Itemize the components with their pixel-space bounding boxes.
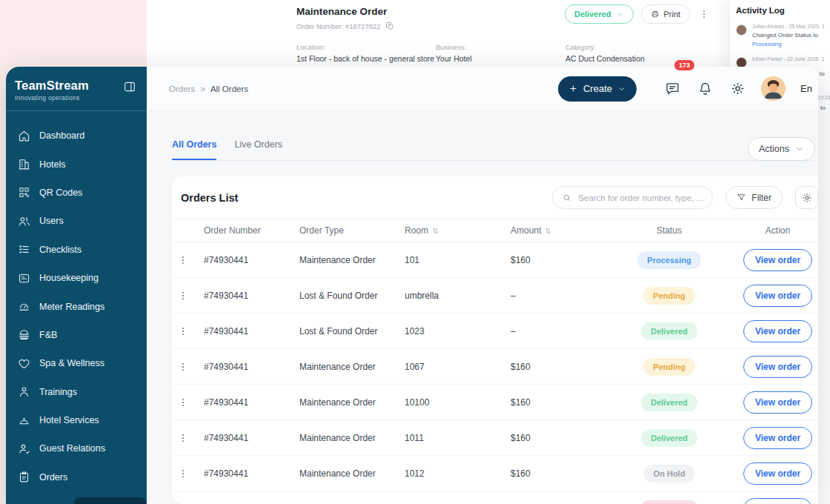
column-order-number: Order Number (193, 225, 299, 236)
sidebar-item-checklists[interactable]: Checklists (6, 236, 147, 264)
column-room: Room (405, 225, 511, 236)
copy-icon[interactable] (385, 21, 394, 30)
view-order-button[interactable]: View order (743, 391, 812, 414)
printer-icon (651, 10, 660, 19)
row-menu-icon[interactable] (178, 468, 188, 480)
tab-all-orders[interactable]: All Orders (172, 136, 216, 160)
sort-icon[interactable] (544, 227, 552, 235)
dashboard-icon (18, 130, 30, 142)
view-order-button[interactable]: View order (743, 498, 812, 504)
sidebar-item-trainings[interactable]: Trainings (6, 378, 147, 406)
tabs-row: All Orders Live Orders Actions (172, 136, 815, 161)
search-input[interactable] (578, 193, 703, 202)
sidebar-item-spa-wellness[interactable]: Spa & Wellness (6, 349, 147, 377)
cell-room: 1012 (405, 468, 511, 479)
orders-list-title: Orders List (181, 192, 540, 204)
view-order-button[interactable]: View order (743, 462, 812, 485)
spa-icon (18, 357, 30, 370)
sidebar-bottom-partial (74, 497, 146, 504)
users-icon (18, 215, 30, 228)
cell-amount: $160 (511, 468, 607, 479)
sidebar-item-guest-relations[interactable]: Guest Relations (6, 434, 147, 462)
column-status: Status (657, 225, 682, 236)
column-order-type: Order Type (299, 225, 405, 236)
status-badge: On Hold (644, 465, 695, 483)
meter-readings-icon (18, 300, 30, 313)
view-order-button[interactable]: View order (743, 427, 812, 449)
cell-amount: – (511, 291, 607, 301)
row-menu-icon[interactable] (178, 254, 188, 266)
sidebar-item-users[interactable]: Users (6, 207, 147, 235)
sidebar-collapse-icon[interactable] (123, 80, 136, 93)
language-selector[interactable]: En (800, 83, 814, 94)
table-settings-button[interactable] (795, 186, 818, 209)
chat-unread-badge: 173 (674, 59, 695, 71)
row-menu-icon[interactable] (178, 290, 188, 302)
order-detail-kebab-menu[interactable] (697, 7, 711, 21)
table-row: #74930441 Lost & Found Order umbrella – … (172, 278, 818, 314)
hotels-icon (18, 158, 30, 170)
status-badge: Delivered (641, 322, 697, 340)
table-header: Order Number Order Type Room Amount Stat… (172, 219, 818, 242)
status-link[interactable]: Processing (752, 41, 824, 47)
orders-icon (18, 471, 30, 483)
sidebar-item-fnb[interactable]: F&B (6, 321, 147, 349)
chat-button[interactable] (663, 80, 681, 98)
table-row: #74930441 Maintenance Order 1011 $160 De… (172, 420, 818, 456)
sort-icon[interactable] (431, 227, 439, 235)
cell-amount: $160 (511, 433, 607, 443)
sidebar-item-qr-codes[interactable]: QR Codes (6, 179, 147, 207)
table-row: #74930441 Maintenance Order 1067 $160 Pe… (172, 349, 818, 385)
cell-amount: – (511, 326, 607, 336)
view-order-button[interactable]: View order (743, 249, 812, 271)
sidebar-item-orders[interactable]: Orders (6, 463, 147, 491)
filter-button[interactable]: Filter (726, 186, 783, 209)
activity-log-entry: Ethan Parker - 22 June 2025, 10:15 (736, 56, 824, 62)
fnb-icon (18, 328, 30, 341)
actions-button[interactable]: Actions (748, 137, 815, 161)
sidebar-item-hotel-services[interactable]: Hotel Services (6, 406, 147, 434)
cell-room: umbrella (405, 291, 511, 301)
breadcrumb-orders[interactable]: Orders (169, 84, 195, 93)
clipped-text-fragment: to (820, 70, 825, 77)
row-menu-icon[interactable] (178, 397, 188, 408)
cell-order-type: Maintenance Order (299, 397, 405, 408)
row-menu-icon[interactable] (178, 361, 188, 373)
view-order-button[interactable]: View order (743, 285, 812, 307)
activity-log-title: Activity Log (736, 6, 824, 15)
view-order-button[interactable]: View order (743, 356, 812, 378)
sidebar-item-hotels[interactable]: Hotels (6, 150, 147, 178)
settings-button[interactable] (728, 80, 746, 98)
gear-icon (730, 81, 746, 96)
tab-live-orders[interactable]: Live Orders (234, 136, 282, 159)
breadcrumb: Orders > All Orders (169, 84, 558, 93)
avatar[interactable] (761, 76, 786, 101)
cell-order-number: #74930441 (193, 291, 299, 301)
cell-order-type: Lost & Found Order (299, 291, 405, 301)
order-status-dropdown[interactable]: Delivered (565, 4, 634, 24)
checklists-icon (18, 243, 30, 256)
cell-room: 1067 (405, 362, 511, 372)
sidebar-item-dashboard[interactable]: Dashboard (6, 122, 147, 150)
sidebar-item-housekeeping[interactable]: Housekeeping (6, 264, 147, 292)
funnel-icon (737, 193, 746, 202)
view-order-button[interactable]: View order (743, 320, 812, 342)
field-value-business: Your Hotel (436, 54, 565, 63)
breadcrumb-separator: > (200, 84, 205, 93)
sidebar-item-meter-readings[interactable]: Meter Readings (6, 292, 147, 320)
brand-tagline: Innovating operations (15, 94, 89, 102)
status-badge: Delivered (641, 429, 697, 447)
print-button[interactable]: Print (641, 4, 691, 24)
create-button[interactable]: Create (558, 76, 637, 102)
row-menu-icon[interactable] (178, 325, 188, 337)
activity-log-entry: Julian Alvarez - 25 May 2025, 3:45 P Cha… (736, 24, 824, 47)
field-value-category: AC Duct Condensation (565, 54, 645, 63)
row-menu-icon[interactable] (178, 432, 188, 444)
chat-icon (665, 81, 680, 96)
notifications-button[interactable] (696, 80, 714, 98)
field-label-business: Business: (436, 43, 565, 51)
cell-room: 101 (405, 255, 511, 265)
hotel-services-icon (18, 414, 30, 427)
column-amount: Amount (511, 225, 607, 236)
sidebar-nav: Dashboard Hotels QR Codes Users Checklis… (6, 111, 147, 491)
